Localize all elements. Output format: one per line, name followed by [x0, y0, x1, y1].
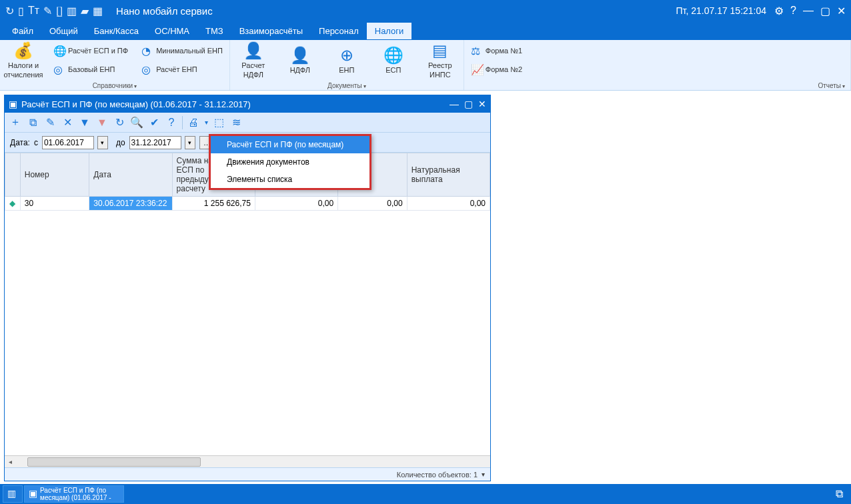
btn-calc-enp[interactable]: ◎ Расчёт ЕНП [137, 60, 227, 79]
btn-base-enp[interactable]: ◎ Базовый ЕНП [49, 60, 132, 79]
copy-icon[interactable]: ⧉ [25, 115, 41, 131]
date-to-dropdown[interactable]: ▾ [185, 136, 195, 149]
check-icon[interactable]: ✔ [146, 115, 162, 131]
date-to-input[interactable] [129, 136, 181, 149]
ribbon: 💰 Налоги и отчисления 🌐 Расчёт ЕСП и ПФ … [0, 40, 851, 91]
menu-file[interactable]: Файл [4, 23, 41, 39]
taskbar: ▥ ▣ Расчёт ЕСП и ПФ (по месяцам) (01.06.… [0, 484, 851, 504]
maximize-icon[interactable]: ▢ [464, 99, 473, 109]
columns-icon[interactable]: ▥ [67, 5, 77, 17]
delete-icon[interactable]: ✕ [59, 115, 75, 131]
help-icon[interactable]: ? [790, 5, 796, 17]
globe-icon: 🌐 [383, 46, 403, 65]
btn-form2[interactable]: 📈 Форма №2 [467, 60, 848, 79]
menu-tmz[interactable]: ТМЗ [197, 23, 231, 39]
to-label: до [116, 138, 125, 147]
crosshair-icon: ⊕ [340, 46, 353, 65]
close-icon[interactable]: ✕ [478, 99, 486, 109]
minimize-icon[interactable]: — [450, 99, 459, 109]
statusbar-dropdown-icon[interactable]: ▾ [482, 471, 485, 478]
scales-icon: ⚖ [471, 45, 486, 57]
export-icon[interactable]: ⬚ [211, 115, 227, 131]
maximize-icon[interactable]: ▢ [820, 5, 830, 17]
db-icon[interactable]: ≋ [228, 115, 244, 131]
menu-taxes[interactable]: Налоги [367, 23, 412, 39]
horizontal-scrollbar[interactable]: ◂ [5, 455, 490, 467]
ribbon-group-refs: 💰 Налоги и отчисления 🌐 Расчёт ЕСП и ПФ … [0, 40, 230, 90]
doc-icon[interactable]: ▯ [18, 5, 24, 17]
date-from-input[interactable] [42, 136, 94, 149]
print-dropdown-icon[interactable]: ▾ [203, 115, 209, 131]
t-icon[interactable]: Тт [28, 5, 39, 17]
menu-os[interactable]: ОС/НМА [147, 23, 197, 39]
subwindow-titlebar[interactable]: ▣ Расчёт ЕСП и ПФ (по месяцам) (01.06.20… [5, 95, 490, 113]
pen-icon[interactable]: ✎ [43, 5, 52, 17]
ribbon-label-docs[interactable]: Документы [230, 81, 464, 90]
menu-settlements[interactable]: Взаиморасчёты [231, 23, 311, 39]
taskbar-home-button[interactable]: ▥ [3, 485, 23, 503]
btn-min-enp[interactable]: ◔ Минимальный ЕНП [137, 41, 227, 60]
col-date[interactable]: Дата [89, 153, 172, 197]
ctx-esp-pf-months[interactable]: Расчёт ЕСП и ПФ (по месяцам) [211, 136, 369, 153]
ctx-list-elements[interactable]: Элементы списка [211, 171, 369, 188]
btn-ndfl[interactable]: 👤 НДФЛ [277, 40, 323, 81]
menu-bank[interactable]: Банк/Касса [86, 23, 147, 39]
menu-common[interactable]: Общий [41, 23, 86, 39]
window-icon: ▣ [29, 489, 37, 499]
ribbon-label-reports[interactable]: Отчеты [464, 81, 850, 90]
row-status-icon: ◆ [5, 197, 21, 211]
app-title: Нано мобайл сервис [116, 5, 676, 17]
date-label: Дата: [10, 138, 30, 147]
person-icon: 👤 [290, 46, 310, 65]
add-icon[interactable]: ＋ [7, 115, 23, 131]
target-icon: ◎ [53, 63, 68, 76]
menubar: Файл Общий Банк/Касса ОС/НМА ТМЗ Взаимор… [0, 21, 851, 40]
scroll-thumb[interactable] [27, 457, 201, 467]
brackets-icon[interactable]: ⦋⦌ [56, 5, 63, 17]
ribbon-label-refs[interactable]: Справочники [0, 81, 229, 90]
search-icon[interactable]: 🔍 [129, 115, 145, 131]
col-number[interactable]: Номер [20, 153, 89, 197]
home-icon: ▥ [7, 489, 16, 499]
minimize-icon[interactable]: — [803, 5, 814, 17]
book-icon[interactable]: ▰ [81, 5, 89, 17]
titlebar: ↻ ▯ Тт ✎ ⦋⦌ ▥ ▰ ▦ Нано мобайл сервис Пт,… [0, 0, 851, 21]
globe-icon: 🌐 [53, 45, 68, 57]
btn-taxes-deductions[interactable]: 💰 Налоги и отчисления [0, 40, 47, 81]
col-icon[interactable] [5, 153, 21, 197]
taskbar-window-label: Расчёт ЕСП и ПФ (по месяцам) (01.06.2017… [40, 487, 119, 501]
subwindow-toolbar: ＋ ⧉ ✎ ✕ ▼ ▼ ↻ 🔍 ✔ ? 🖨 ▾ ⬚ ≋ [5, 113, 490, 133]
close-icon[interactable]: ✕ [837, 5, 846, 17]
taskbar-cascade-icon[interactable]: ⧉ [830, 488, 848, 500]
help-icon[interactable]: ? [163, 115, 179, 131]
datetime: Пт, 21.07.17 15:21:04 [676, 5, 767, 16]
refresh-icon[interactable]: ↻ [111, 115, 127, 131]
cell-c4: 0,00 [407, 197, 490, 211]
col-natural[interactable]: Натуральная выплата [407, 153, 490, 197]
table-area: Номер Дата Сумма начисления ЕСП по преды… [5, 153, 490, 455]
btn-reestr-inps[interactable]: ▤ Реестр ИНПС [417, 40, 464, 81]
cell-c1: 1 255 626,75 [172, 197, 255, 211]
btn-esp-pf[interactable]: 🌐 Расчёт ЕСП и ПФ [49, 41, 132, 60]
settings-icon[interactable]: ⚙ [774, 5, 784, 17]
refresh-icon[interactable]: ↻ [5, 5, 14, 17]
btn-calc-ndfl[interactable]: 👤 Расчет НДФЛ [230, 40, 277, 81]
pie-icon: ◔ [141, 45, 156, 57]
cell-number: 30 [20, 197, 89, 211]
table-row[interactable]: ◆ 30 30.06.2017 23:36:22 1 255 626,75 0,… [5, 197, 490, 211]
print-icon[interactable]: 🖨 [185, 115, 201, 131]
scroll-left-icon[interactable]: ◂ [5, 457, 15, 467]
menu-personnel[interactable]: Персонал [311, 23, 367, 39]
grid-icon[interactable]: ▦ [93, 5, 103, 17]
taskbar-window-button[interactable]: ▣ Расчёт ЕСП и ПФ (по месяцам) (01.06.20… [24, 485, 124, 503]
filter-clear-icon[interactable]: ▼ [94, 115, 110, 131]
btn-enp[interactable]: ⊕ ЕНП [323, 40, 370, 81]
filter-icon[interactable]: ▼ [77, 115, 93, 131]
edit-icon[interactable]: ✎ [42, 115, 58, 131]
btn-form1[interactable]: ⚖ Форма №1 [467, 41, 848, 60]
statusbar: Количество объектов: 1 ▾ [5, 467, 490, 481]
date-from-dropdown[interactable]: ▾ [97, 136, 108, 149]
ribbon-group-reports: ⚖ Форма №1 📈 Форма №2 Отчеты [464, 40, 851, 90]
ctx-doc-movements[interactable]: Движения документов [211, 153, 369, 171]
btn-esp[interactable]: 🌐 ЕСП [370, 40, 417, 81]
